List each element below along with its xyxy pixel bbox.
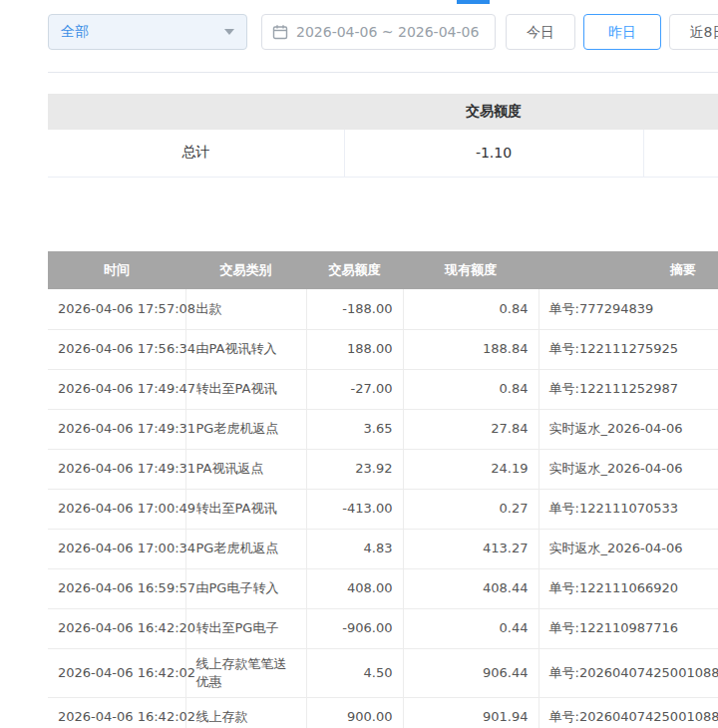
summary-total-label: 总计 — [48, 130, 344, 177]
table-row: 2026-04-06 16:42:02线上存款900.00901.94单号:20… — [48, 697, 718, 728]
transactions-table: 时间 交易类别 交易额度 现有额度 摘要 2026-04-06 17:57:08… — [48, 251, 718, 728]
table-cell: 23.92 — [306, 449, 403, 489]
summary-total-value: -1.10 — [344, 130, 643, 177]
table-cell: 188.00 — [306, 329, 403, 369]
table-cell: 出款 — [185, 289, 306, 329]
table-row: 2026-04-06 17:00:49转出至PA视讯-413.000.27单号:… — [48, 489, 718, 529]
table-cell: 单号:122111252987 — [538, 369, 718, 409]
table-cell: 900.00 — [306, 697, 403, 728]
table-row: 2026-04-06 17:56:34由PA视讯转入188.00188.84单号… — [48, 329, 718, 369]
table-cell: 2026-04-06 17:49:31 — [48, 449, 185, 489]
table-cell: 转出至PA视讯 — [185, 369, 306, 409]
table-cell: 单号:202604074250010883 — [538, 697, 718, 728]
table-cell: -27.00 — [306, 369, 403, 409]
filter-select-value: 全部 — [61, 23, 224, 41]
table-cell: 2026-04-06 17:00:34 — [48, 529, 185, 568]
table-cell: 3.65 — [306, 409, 403, 449]
table-cell: 转出至PG电子 — [185, 608, 306, 648]
table-cell: 0.27 — [403, 489, 538, 529]
table-cell: 由PG电子转入 — [185, 568, 306, 608]
table-cell: 413.27 — [403, 529, 538, 568]
summary-header-row: 交易额度 — [48, 94, 718, 130]
table-row: 2026-04-06 16:59:57由PG电子转入408.00408.44单号… — [48, 568, 718, 608]
table-cell: 实时返水_2026-04-06 — [538, 529, 718, 568]
table-cell: 906.44 — [403, 648, 538, 697]
table-cell: PG老虎机返点 — [185, 409, 306, 449]
table-cell: 实时返水_2026-04-06 — [538, 409, 718, 449]
transactions-table-body: 2026-04-06 17:57:08出款-188.000.84单号:77729… — [48, 289, 718, 728]
table-cell: 单号:122110987716 — [538, 608, 718, 648]
table-row: 2026-04-06 17:57:08出款-188.000.84单号:77729… — [48, 289, 718, 329]
summary-total-empty — [643, 130, 718, 177]
table-cell: 由PA视讯转入 — [185, 329, 306, 369]
yesterday-button[interactable]: 昨日 — [583, 14, 661, 50]
filter-select[interactable]: 全部 — [48, 14, 247, 50]
column-header-type: 交易类别 — [185, 251, 306, 289]
table-cell: 线上存款笔笔送优惠 — [185, 648, 306, 697]
table-row: 2026-04-06 17:49:31PA视讯返点23.9224.19实时返水_… — [48, 449, 718, 489]
summary-header-amount: 交易额度 — [344, 94, 643, 130]
table-cell: 2026-04-06 17:57:08 — [48, 289, 185, 329]
date-range-input[interactable]: 2026-04-06 ~ 2026-04-06 — [261, 14, 496, 50]
column-header-time: 时间 — [48, 251, 185, 289]
table-cell: 0.44 — [403, 608, 538, 648]
today-button[interactable]: 今日 — [506, 14, 575, 50]
table-cell: 2026-04-06 17:49:47 — [48, 369, 185, 409]
table-row: 2026-04-06 16:42:02线上存款笔笔送优惠4.50906.44单号… — [48, 648, 718, 697]
table-cell: 2026-04-06 16:42:02 — [48, 648, 185, 697]
active-tab-indicator — [457, 0, 490, 4]
table-cell: 单号:122111275925 — [538, 329, 718, 369]
table-cell: 24.19 — [403, 449, 538, 489]
table-cell: 实时返水_2026-04-06 — [538, 449, 718, 489]
table-cell: 4.83 — [306, 529, 403, 568]
table-cell: 单号:202604074250010883 — [538, 648, 718, 697]
column-header-balance: 现有额度 — [403, 251, 538, 289]
table-cell: 2026-04-06 17:00:49 — [48, 489, 185, 529]
chevron-down-icon — [224, 29, 234, 35]
calendar-icon — [272, 24, 288, 40]
table-cell: PA视讯返点 — [185, 449, 306, 489]
table-cell: 27.84 — [403, 409, 538, 449]
transactions-header-row: 时间 交易类别 交易额度 现有额度 摘要 — [48, 251, 718, 289]
table-row: 2026-04-06 17:00:34PG老虎机返点4.83413.27实时返水… — [48, 529, 718, 568]
table-cell: 单号:777294839 — [538, 289, 718, 329]
date-range-value: 2026-04-06 ~ 2026-04-06 — [296, 24, 479, 40]
table-cell: -413.00 — [306, 489, 403, 529]
table-row: 2026-04-06 17:49:47转出至PA视讯-27.000.84单号:1… — [48, 369, 718, 409]
summary-total-row: 总计 -1.10 — [48, 130, 718, 177]
table-cell: 408.00 — [306, 568, 403, 608]
table-cell: 转出至PA视讯 — [185, 489, 306, 529]
summary-header-empty — [48, 94, 344, 130]
column-header-summary: 摘要 — [538, 251, 718, 289]
table-cell: 2026-04-06 16:42:02 — [48, 697, 185, 728]
table-cell: 4.50 — [306, 648, 403, 697]
table-cell: 2026-04-06 17:56:34 — [48, 329, 185, 369]
last-8-days-button[interactable]: 近8日 — [669, 14, 718, 50]
table-cell: 2026-04-06 16:42:20 — [48, 608, 185, 648]
summary-header-empty — [643, 94, 718, 130]
table-cell: 188.84 — [403, 329, 538, 369]
table-row: 2026-04-06 17:49:31PG老虎机返点3.6527.84实时返水_… — [48, 409, 718, 449]
toolbar-divider — [48, 72, 718, 73]
table-cell: 单号:122111066920 — [538, 568, 718, 608]
table-cell: 901.94 — [403, 697, 538, 728]
table-cell: 0.84 — [403, 289, 538, 329]
transaction-records-page: 全部 2026-04-06 ~ 2026-04-06 今日 昨日 近8日 交易额… — [0, 0, 718, 728]
table-cell: -906.00 — [306, 608, 403, 648]
summary-table: 交易额度 总计 -1.10 — [48, 94, 718, 178]
column-header-amount: 交易额度 — [306, 251, 403, 289]
table-cell: 2026-04-06 17:49:31 — [48, 409, 185, 449]
table-row: 2026-04-06 16:42:20转出至PG电子-906.000.44单号:… — [48, 608, 718, 648]
table-cell: 0.84 — [403, 369, 538, 409]
table-cell: -188.00 — [306, 289, 403, 329]
table-cell: 408.44 — [403, 568, 538, 608]
table-cell: PG老虎机返点 — [185, 529, 306, 568]
table-cell: 线上存款 — [185, 697, 306, 728]
table-cell: 2026-04-06 16:59:57 — [48, 568, 185, 608]
table-cell: 单号:122111070533 — [538, 489, 718, 529]
